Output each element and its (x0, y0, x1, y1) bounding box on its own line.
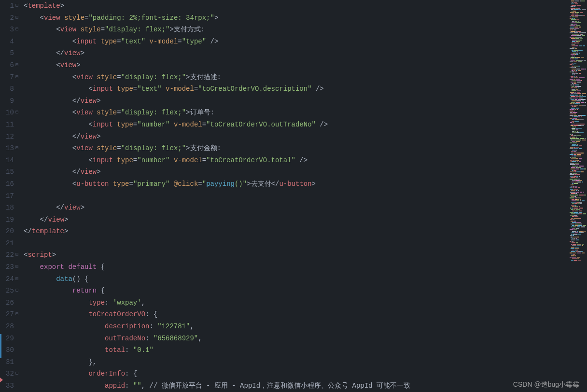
gutter-line[interactable]: 17 (4, 190, 20, 202)
token: = (117, 144, 121, 152)
gutter-line[interactable]: 22⊟ (4, 249, 20, 261)
token: ()" (235, 180, 247, 188)
code-line[interactable]: </view> (24, 166, 585, 178)
code-line[interactable]: <input type="text" v-model="toCreatOrder… (24, 83, 585, 95)
code-editor[interactable]: 1⊟2⊟3⊟456⊟7⊟8910⊟111213⊟1415161718192021… (0, 0, 587, 392)
code-line[interactable]: appid: "", // 微信开放平台 - 应用 - AppId，注意和微信小… (24, 380, 585, 392)
fold-icon[interactable]: ⊟ (14, 261, 20, 273)
token: < (72, 73, 76, 81)
code-line[interactable]: </view> (24, 47, 585, 59)
minimap-row (570, 182, 586, 182)
code-line[interactable]: <view style="padding: 2%;font-size: 34rp… (24, 12, 585, 24)
code-line[interactable]: export default { (24, 261, 585, 273)
code-line[interactable]: <script> (24, 249, 585, 261)
minimap-row (570, 22, 586, 23)
gutter-line[interactable]: 3⊟ (4, 24, 20, 36)
code-line[interactable]: <view style="display: flex;">支付描述: (24, 71, 585, 84)
gutter-line[interactable]: 25⊟ (4, 285, 20, 297)
gutter-line[interactable]: 4 (4, 36, 20, 48)
code-area[interactable]: <template> <view style="padding: 2%;font… (22, 0, 587, 392)
token: "display: flex;" (121, 73, 186, 81)
code-line[interactable]: return { (24, 285, 585, 297)
fold-icon[interactable]: ⊟ (14, 249, 20, 261)
fold-icon[interactable]: ⊟ (14, 285, 20, 297)
code-line[interactable]: description: "122781", (24, 321, 585, 333)
minimap-row (570, 219, 586, 220)
fold-icon[interactable]: ⊟ (14, 368, 20, 380)
gutter-line[interactable]: 31 (4, 356, 20, 368)
gutter-line[interactable]: 13⊟ (4, 142, 20, 154)
gutter-line[interactable]: 14 (4, 154, 20, 167)
minimap-row (570, 234, 586, 235)
gutter-line[interactable]: 26 (4, 297, 20, 309)
code-line[interactable]: <input type="number" v-model="toCreatOrd… (24, 119, 585, 131)
minimap[interactable] (569, 0, 587, 392)
gutter-line[interactable]: 29 (4, 333, 20, 345)
gutter-line[interactable]: 30 (4, 344, 20, 356)
code-line[interactable]: <view style="display: flex;">订单号: (24, 107, 585, 119)
gutter-line[interactable]: 15 (4, 166, 20, 178)
gutter-line[interactable]: 6⊟ (4, 59, 20, 71)
gutter-line[interactable]: 32⊟ (4, 368, 20, 380)
code-line[interactable]: <u-button type="primary" @click="payying… (24, 178, 585, 190)
fold-icon[interactable]: ⊟ (14, 59, 20, 71)
code-line[interactable]: outTradeNo: "656868929", (24, 333, 585, 345)
gutter-line[interactable]: 28 (4, 321, 20, 333)
code-line[interactable]: </view> (24, 202, 585, 214)
fold-icon[interactable]: ⊟ (14, 71, 20, 84)
gutter-line[interactable]: 1⊟ (4, 0, 20, 12)
fold-icon[interactable]: ⊟ (14, 142, 20, 154)
minimap-row (570, 76, 586, 77)
code-line[interactable] (24, 238, 585, 250)
gutter-line[interactable]: 5 (4, 47, 20, 59)
gutter-line[interactable]: 7⊟ (4, 71, 20, 84)
gutter-line[interactable]: 16 (4, 178, 20, 190)
fold-icon[interactable]: ⊟ (14, 308, 20, 321)
code-line[interactable]: <view> (24, 59, 585, 71)
minimap-row (570, 255, 586, 256)
fold-icon[interactable]: ⊟ (14, 0, 20, 12)
fold-icon[interactable]: ⊟ (14, 24, 20, 36)
code-line[interactable]: <input type="text" v-model="type" /> (24, 36, 585, 48)
code-line[interactable]: <view style="display: flex;">支付金额: (24, 142, 585, 154)
code-line[interactable]: <view style="display: flex;">支付方式: (24, 24, 585, 36)
gutter-line[interactable]: 33 (4, 380, 20, 392)
minimap-row (570, 248, 586, 249)
code-line[interactable]: toCreatOrderVO: { (24, 308, 585, 321)
gutter-line[interactable]: 11 (4, 119, 20, 131)
gutter-line[interactable]: 8 (4, 83, 20, 95)
code-line[interactable] (24, 190, 585, 202)
gutter-line[interactable]: 21 (4, 238, 20, 250)
gutter-line[interactable]: 20 (4, 225, 20, 238)
code-line[interactable]: orderInfo: { (24, 368, 585, 380)
code-line[interactable]: <input type="number" v-model="toCreatOrd… (24, 154, 585, 167)
code-line[interactable]: </view> (24, 131, 585, 143)
line-number: 21 (4, 238, 14, 250)
token: view (64, 204, 81, 211)
code-line[interactable]: total: "0.1" (24, 344, 585, 356)
gutter-line[interactable]: 12 (4, 131, 20, 143)
gutter-line[interactable]: 24⊟ (4, 273, 20, 285)
code-line[interactable]: </view> (24, 95, 585, 107)
code-line[interactable]: <template> (24, 0, 585, 12)
gutter-line[interactable]: 10⊟ (4, 107, 20, 119)
minimap-row (570, 164, 586, 165)
code-line[interactable]: }, (24, 356, 585, 368)
fold-icon[interactable]: ⊟ (14, 107, 20, 119)
gutter-line[interactable]: 9 (4, 95, 20, 107)
line-gutter[interactable]: 1⊟2⊟3⊟456⊟7⊟8910⊟111213⊟1415161718192021… (0, 0, 22, 392)
code-line[interactable]: type: 'wxpay', (24, 297, 585, 309)
gutter-line[interactable]: 2⊟ (4, 12, 20, 24)
minimap-row (570, 66, 586, 67)
token: // 微信开放平台 - 应用 - AppId，注意和微信小程序、公众号 AppI… (149, 382, 410, 390)
gutter-line[interactable]: 27⊟ (4, 308, 20, 321)
code-line[interactable]: data() { (24, 273, 585, 285)
fold-icon[interactable]: ⊟ (14, 12, 20, 24)
gutter-line[interactable]: 18 (4, 202, 20, 214)
gutter-line[interactable]: 23⊟ (4, 261, 20, 273)
code-line[interactable]: </view> (24, 214, 585, 226)
code-line[interactable]: </template> (24, 225, 585, 238)
gutter-line[interactable]: 19 (4, 214, 20, 226)
fold-icon[interactable]: ⊟ (14, 273, 20, 285)
minimap-row (570, 138, 586, 139)
